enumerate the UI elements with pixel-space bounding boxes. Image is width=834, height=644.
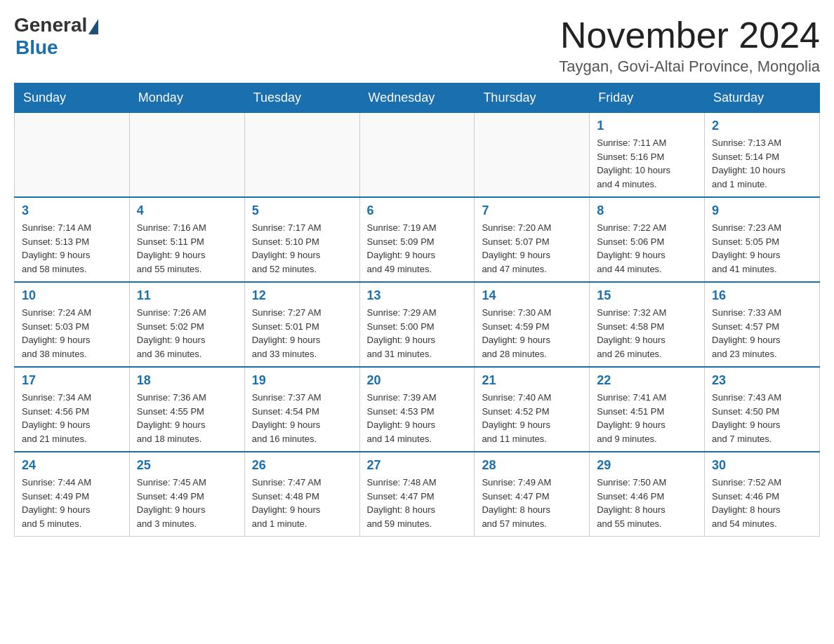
- calendar-cell: 17Sunrise: 7:34 AM Sunset: 4:56 PM Dayli…: [15, 367, 130, 452]
- day-number: 26: [252, 458, 352, 473]
- calendar-cell: 13Sunrise: 7:29 AM Sunset: 5:00 PM Dayli…: [359, 282, 475, 367]
- day-info: Sunrise: 7:34 AM Sunset: 4:56 PM Dayligh…: [22, 391, 122, 445]
- calendar-cell: 16Sunrise: 7:33 AM Sunset: 4:57 PM Dayli…: [705, 282, 820, 367]
- calendar-cell: 1Sunrise: 7:11 AM Sunset: 5:16 PM Daylig…: [590, 113, 705, 198]
- day-info: Sunrise: 7:41 AM Sunset: 4:51 PM Dayligh…: [597, 391, 697, 445]
- day-number: 4: [137, 203, 237, 218]
- day-number: 29: [597, 458, 697, 473]
- day-number: 12: [252, 288, 352, 303]
- day-info: Sunrise: 7:29 AM Sunset: 5:00 PM Dayligh…: [367, 306, 468, 361]
- day-info: Sunrise: 7:16 AM Sunset: 5:11 PM Dayligh…: [137, 221, 237, 276]
- day-info: Sunrise: 7:24 AM Sunset: 5:03 PM Dayligh…: [22, 306, 122, 361]
- day-info: Sunrise: 7:11 AM Sunset: 5:16 PM Dayligh…: [597, 136, 697, 191]
- day-number: 20: [367, 373, 468, 388]
- day-info: Sunrise: 7:17 AM Sunset: 5:10 PM Dayligh…: [252, 221, 352, 276]
- day-number: 23: [712, 373, 812, 388]
- day-number: 5: [252, 203, 352, 218]
- calendar-cell: 25Sunrise: 7:45 AM Sunset: 4:49 PM Dayli…: [129, 452, 244, 537]
- day-number: 10: [22, 288, 122, 303]
- calendar-cell: [244, 113, 359, 198]
- calendar-cell: 9Sunrise: 7:23 AM Sunset: 5:05 PM Daylig…: [705, 197, 820, 282]
- calendar-cell: 4Sunrise: 7:16 AM Sunset: 5:11 PM Daylig…: [129, 197, 244, 282]
- calendar-cell: 29Sunrise: 7:50 AM Sunset: 4:46 PM Dayli…: [590, 452, 705, 537]
- day-number: 22: [597, 373, 697, 388]
- calendar-cell: 19Sunrise: 7:37 AM Sunset: 4:54 PM Dayli…: [244, 367, 359, 452]
- calendar-cell: 18Sunrise: 7:36 AM Sunset: 4:55 PM Dayli…: [129, 367, 244, 452]
- day-info: Sunrise: 7:37 AM Sunset: 4:54 PM Dayligh…: [252, 391, 352, 445]
- page-header: General Blue November 2024 Taygan, Govi-…: [14, 14, 820, 76]
- logo-triangle-icon: [88, 19, 98, 34]
- day-info: Sunrise: 7:14 AM Sunset: 5:13 PM Dayligh…: [22, 221, 122, 276]
- day-number: 8: [597, 203, 697, 218]
- calendar-week-row: 1Sunrise: 7:11 AM Sunset: 5:16 PM Daylig…: [15, 113, 820, 198]
- month-title: November 2024: [559, 14, 820, 56]
- day-info: Sunrise: 7:48 AM Sunset: 4:47 PM Dayligh…: [367, 476, 468, 530]
- weekday-header-wednesday: Wednesday: [359, 83, 475, 113]
- weekday-header-saturday: Saturday: [705, 83, 820, 113]
- day-number: 14: [482, 288, 582, 303]
- day-info: Sunrise: 7:22 AM Sunset: 5:06 PM Dayligh…: [597, 221, 697, 276]
- day-number: 7: [482, 203, 582, 218]
- day-info: Sunrise: 7:23 AM Sunset: 5:05 PM Dayligh…: [712, 221, 812, 276]
- calendar-cell: 10Sunrise: 7:24 AM Sunset: 5:03 PM Dayli…: [15, 282, 130, 367]
- calendar-cell: 11Sunrise: 7:26 AM Sunset: 5:02 PM Dayli…: [129, 282, 244, 367]
- logo-general-text: General: [14, 14, 87, 36]
- calendar-cell: 28Sunrise: 7:49 AM Sunset: 4:47 PM Dayli…: [475, 452, 590, 537]
- calendar-week-row: 24Sunrise: 7:44 AM Sunset: 4:49 PM Dayli…: [15, 452, 820, 537]
- logo-blue-text: Blue: [15, 36, 58, 59]
- day-info: Sunrise: 7:44 AM Sunset: 4:49 PM Dayligh…: [22, 476, 122, 530]
- day-number: 9: [712, 203, 812, 218]
- day-info: Sunrise: 7:36 AM Sunset: 4:55 PM Dayligh…: [137, 391, 237, 445]
- day-info: Sunrise: 7:49 AM Sunset: 4:47 PM Dayligh…: [482, 476, 582, 530]
- location-title: Taygan, Govi-Altai Province, Mongolia: [559, 58, 820, 76]
- calendar-header-row: SundayMondayTuesdayWednesdayThursdayFrid…: [15, 83, 820, 113]
- day-info: Sunrise: 7:20 AM Sunset: 5:07 PM Dayligh…: [482, 221, 582, 276]
- calendar-week-row: 3Sunrise: 7:14 AM Sunset: 5:13 PM Daylig…: [15, 197, 820, 282]
- calendar-cell: 12Sunrise: 7:27 AM Sunset: 5:01 PM Dayli…: [244, 282, 359, 367]
- day-number: 13: [367, 288, 468, 303]
- calendar-cell: 8Sunrise: 7:22 AM Sunset: 5:06 PM Daylig…: [590, 197, 705, 282]
- calendar-cell: 22Sunrise: 7:41 AM Sunset: 4:51 PM Dayli…: [590, 367, 705, 452]
- day-info: Sunrise: 7:32 AM Sunset: 4:58 PM Dayligh…: [597, 306, 697, 361]
- calendar-cell: [475, 113, 590, 198]
- day-info: Sunrise: 7:39 AM Sunset: 4:53 PM Dayligh…: [367, 391, 468, 445]
- calendar-cell: 20Sunrise: 7:39 AM Sunset: 4:53 PM Dayli…: [359, 367, 475, 452]
- logo: General Blue: [14, 14, 98, 59]
- day-info: Sunrise: 7:45 AM Sunset: 4:49 PM Dayligh…: [137, 476, 237, 530]
- weekday-header-thursday: Thursday: [475, 83, 590, 113]
- calendar-cell: 23Sunrise: 7:43 AM Sunset: 4:50 PM Dayli…: [705, 367, 820, 452]
- calendar-cell: 5Sunrise: 7:17 AM Sunset: 5:10 PM Daylig…: [244, 197, 359, 282]
- day-number: 17: [22, 373, 122, 388]
- day-number: 15: [597, 288, 697, 303]
- calendar-table: SundayMondayTuesdayWednesdayThursdayFrid…: [14, 83, 820, 537]
- calendar-cell: 6Sunrise: 7:19 AM Sunset: 5:09 PM Daylig…: [359, 197, 475, 282]
- calendar-cell: 15Sunrise: 7:32 AM Sunset: 4:58 PM Dayli…: [590, 282, 705, 367]
- calendar-cell: 24Sunrise: 7:44 AM Sunset: 4:49 PM Dayli…: [15, 452, 130, 537]
- weekday-header-sunday: Sunday: [15, 83, 130, 113]
- day-number: 6: [367, 203, 468, 218]
- day-number: 27: [367, 458, 468, 473]
- day-number: 2: [712, 119, 812, 133]
- day-number: 16: [712, 288, 812, 303]
- calendar-cell: 3Sunrise: 7:14 AM Sunset: 5:13 PM Daylig…: [15, 197, 130, 282]
- calendar-week-row: 10Sunrise: 7:24 AM Sunset: 5:03 PM Dayli…: [15, 282, 820, 367]
- calendar-cell: 27Sunrise: 7:48 AM Sunset: 4:47 PM Dayli…: [359, 452, 475, 537]
- day-info: Sunrise: 7:26 AM Sunset: 5:02 PM Dayligh…: [137, 306, 237, 361]
- day-info: Sunrise: 7:27 AM Sunset: 5:01 PM Dayligh…: [252, 306, 352, 361]
- calendar-week-row: 17Sunrise: 7:34 AM Sunset: 4:56 PM Dayli…: [15, 367, 820, 452]
- day-info: Sunrise: 7:30 AM Sunset: 4:59 PM Dayligh…: [482, 306, 582, 361]
- day-number: 19: [252, 373, 352, 388]
- day-info: Sunrise: 7:40 AM Sunset: 4:52 PM Dayligh…: [482, 391, 582, 445]
- day-number: 28: [482, 458, 582, 473]
- weekday-header-friday: Friday: [590, 83, 705, 113]
- day-number: 3: [22, 203, 122, 218]
- calendar-cell: 2Sunrise: 7:13 AM Sunset: 5:14 PM Daylig…: [705, 113, 820, 198]
- weekday-header-monday: Monday: [129, 83, 244, 113]
- day-number: 21: [482, 373, 582, 388]
- calendar-cell: [359, 113, 475, 198]
- day-info: Sunrise: 7:43 AM Sunset: 4:50 PM Dayligh…: [712, 391, 812, 445]
- calendar-cell: 7Sunrise: 7:20 AM Sunset: 5:07 PM Daylig…: [475, 197, 590, 282]
- calendar-cell: [15, 113, 130, 198]
- day-info: Sunrise: 7:13 AM Sunset: 5:14 PM Dayligh…: [712, 136, 812, 191]
- weekday-header-tuesday: Tuesday: [244, 83, 359, 113]
